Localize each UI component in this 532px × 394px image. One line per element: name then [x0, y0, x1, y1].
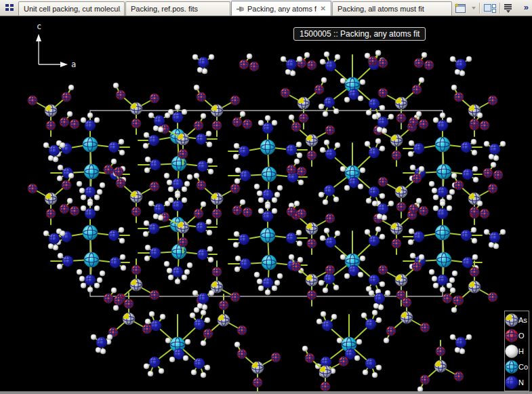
legend-item-co: Co [505, 359, 529, 374]
o-atom-icon [505, 328, 520, 343]
co-atom-icon [505, 359, 520, 374]
tab-label: Packing, ref.pos. fits [131, 5, 198, 13]
tab-label: Unit cell packing, cut molecul... [24, 5, 121, 13]
tile-windows-button[interactable] [483, 2, 497, 14]
new-view-dropdown-button[interactable] [469, 2, 477, 14]
tabbar-toolbar: ✦ [454, 1, 513, 15]
tile-windows-icon [484, 4, 496, 13]
tab-packing-refpos-fits[interactable]: Packing, ref.pos. fits [125, 1, 230, 16]
legend-item-n: N [505, 375, 529, 390]
new-view-button[interactable]: ✦ [454, 2, 467, 14]
chevron-down-icon [472, 7, 476, 9]
svg-text:a: a [71, 60, 76, 69]
viewport-bottom-strip [0, 391, 532, 394]
toolbar-separator [479, 3, 480, 14]
legend-item-as: As [505, 313, 529, 328]
grid-icon [5, 4, 14, 12]
new-window-icon: ✦ [455, 4, 466, 13]
atom-color-legend: As O H Co N [504, 311, 529, 391]
n-atom-icon [505, 375, 520, 390]
h-atom-icon [505, 344, 520, 359]
toolbar-separator [499, 3, 501, 14]
tab-bar: Unit cell packing, cut molecul... Packin… [0, 0, 532, 16]
tab-packing-all-atoms-must-fit[interactable]: Packing, all atoms must fit [332, 1, 452, 16]
tooltip: 1500005 :: Packing, any atoms fit [293, 27, 426, 41]
legend-label: As [518, 316, 527, 324]
legend-label: O [518, 332, 525, 340]
legend-item-o: O [505, 328, 529, 343]
tab-label: Packing, any atoms fit [247, 5, 316, 13]
window-grid-button[interactable] [0, 0, 18, 16]
as-atom-icon [505, 313, 520, 328]
window-list-button[interactable] [503, 2, 513, 14]
pin-icon [237, 5, 245, 13]
tab-packing-any-atoms-fit[interactable]: Packing, any atoms fit ✕ [231, 1, 331, 16]
legend-label: H [518, 347, 524, 355]
overflow-chevron-button[interactable]: » [524, 2, 528, 12]
legend-label: N [518, 378, 524, 387]
close-icon[interactable]: ✕ [319, 5, 327, 13]
svg-text:c: c [37, 22, 41, 31]
structure-viewport[interactable]: ca [0, 16, 532, 391]
tab-label: Packing, all atoms must fit [337, 5, 424, 13]
tab-unit-cell-packing[interactable]: Unit cell packing, cut molecul... [18, 1, 125, 16]
legend-label: Co [518, 363, 528, 371]
legend-item-h: H [505, 344, 529, 359]
window-list-icon [504, 4, 512, 13]
